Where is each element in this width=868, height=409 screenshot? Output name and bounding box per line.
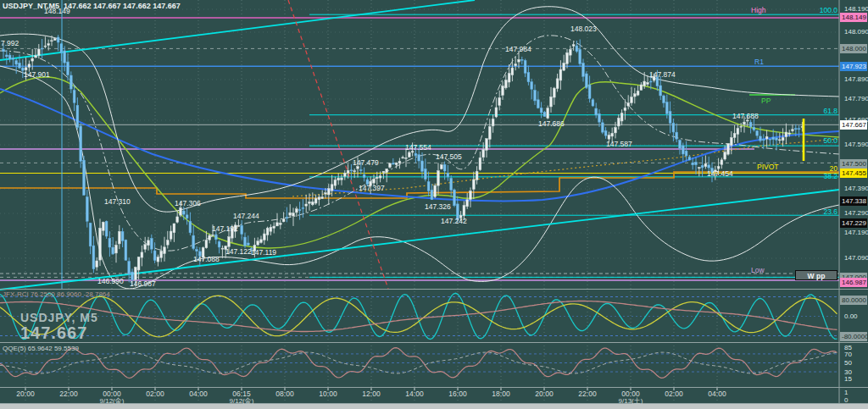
price-axis-label: 147.790 — [844, 95, 868, 102]
level-label-pp: PP — [761, 97, 771, 105]
candle-price-label: 147.874 — [649, 71, 676, 79]
mt4-chart-window: USDJPY_NT,M5 147.662 147.667 147.662 147… — [0, 0, 868, 409]
time-axis-label: 22:00 — [578, 390, 596, 398]
level-label-50-0: 50.0 — [787, 136, 837, 145]
candle-price-label: 147.244 — [233, 213, 259, 220]
price-axis-badge: 147.923 — [840, 62, 867, 71]
candle-price-label: 148.023 — [570, 25, 597, 33]
price-axis-badge: 147.500 — [840, 159, 867, 169]
price-axis-badge: 146.987 — [840, 278, 867, 287]
time-axis-label: 14:00 — [405, 390, 423, 398]
candle-price-label: 7.992 — [1, 40, 19, 47]
candle-price-label: 147.397 — [359, 185, 385, 192]
candle-price-label: 147.192 — [212, 225, 238, 233]
price-axis-badge: 80.0000 — [840, 296, 867, 305]
candle-price-label: 147.505 — [436, 153, 462, 161]
price-axis-label: 15 — [844, 375, 852, 383]
candle-price-label: 147.088 — [193, 256, 220, 263]
level-label-100-0: 100.0 — [787, 6, 837, 14]
level-label-23-6: 23.6 — [787, 207, 837, 216]
chart-title: USDJPY_NT,M5 147.662 147.667 147.662 147… — [3, 2, 181, 10]
price-axis-label: 147.090 — [844, 254, 868, 262]
watermark-price: 147.667 — [20, 323, 87, 343]
time-axis-label: 10:00 — [319, 390, 337, 398]
level-label-r1: R1 — [754, 58, 764, 66]
price-axis-badge: 148.149 — [840, 13, 867, 22]
candle-price-label: 147.901 — [24, 71, 50, 79]
time-axis-label: 20:00 — [16, 390, 34, 398]
candle-price-label: 147.326 — [425, 203, 451, 211]
price-axis-badge: 148.000 — [840, 44, 867, 53]
price-axis-label: 50 — [844, 359, 852, 367]
candle-price-label: 148.149 — [44, 8, 70, 15]
candle-price-label: 147.454 — [707, 170, 733, 178]
price-axis-label: 0 — [844, 396, 848, 404]
level-label-61-8: 61.8 — [787, 107, 837, 115]
weekly-pivot-badge: W pp — [795, 270, 837, 280]
time-axis-label: 04:00 — [189, 390, 207, 398]
level-label-high: High — [751, 6, 765, 14]
time-axis-label: 22:00 — [59, 390, 77, 398]
price-axis-badge: 147.229 — [840, 218, 867, 228]
window-bottom-edge — [0, 404, 868, 409]
price-axis-badge: -80.0000 — [840, 332, 867, 341]
candle-price-label: 147.122 — [225, 248, 252, 256]
candle-price-label: 147.688 — [732, 113, 759, 120]
ohlc-readout: 147.662 147.667 147.662 147.667 — [64, 2, 181, 10]
candle-price-label: 147.242 — [441, 218, 467, 225]
candle-price-label: 147.479 — [353, 159, 379, 167]
price-axis-badge: 147.338 — [840, 196, 867, 206]
watermark-symbol: USDJPY, M5 — [20, 311, 98, 324]
candle-price-label: 147.587 — [606, 141, 632, 148]
candle-price-label: 147.119 — [251, 249, 276, 257]
time-axis-label: 16:00 — [448, 390, 466, 398]
time-axis-label: 18:00 — [492, 390, 509, 398]
price-axis-label: 148.190 — [844, 5, 868, 13]
price-axis-badge: 147.667 — [840, 120, 867, 130]
price-axis-label: 147.290 — [844, 209, 868, 217]
price-axis-label: 147.190 — [844, 229, 868, 236]
price-axis-label: 1 — [844, 389, 848, 396]
price-axis-label: 147.390 — [844, 185, 868, 192]
time-axis-label: 02:00 — [665, 390, 682, 398]
price-axis-label: 0.00 — [844, 312, 858, 320]
candle-price-label: 147.554 — [405, 144, 431, 152]
candle-price-label: 147.310 — [104, 198, 131, 206]
candle-price-label: 147.984 — [505, 46, 531, 53]
price-axis-label: 70 — [844, 351, 852, 358]
time-axis-label: 04:00 — [708, 390, 726, 398]
rci-indicator-label: JFX-RCI 76.2500 86.9060 -28.7864 — [3, 290, 110, 298]
level-label-38-2: 38.2 — [787, 172, 837, 180]
time-axis-label: 02:00 — [146, 390, 164, 398]
price-axis-label: 148.090 — [844, 28, 868, 36]
level-label-pivot: PIVOT — [757, 163, 779, 171]
price-axis-badge: 147.455 — [840, 169, 867, 178]
level-label-low: Low — [751, 266, 765, 274]
time-axis-label: 12:00 — [362, 390, 380, 398]
candle-price-label: 147.686 — [538, 120, 565, 128]
price-axis-label: 147.590 — [844, 141, 868, 148]
candle-price-label: 147.306 — [175, 200, 201, 207]
candle-price-label: 146.987 — [130, 280, 156, 288]
candle-price-label: 146.990 — [97, 278, 124, 285]
time-axis-label: 20:00 — [535, 390, 553, 398]
time-axis-label: 08:00 — [275, 390, 293, 398]
price-axis-label: 147.890 — [844, 75, 868, 83]
qqe-indicator-label: QQE(5) 65.9642 59.5539 — [3, 345, 79, 352]
